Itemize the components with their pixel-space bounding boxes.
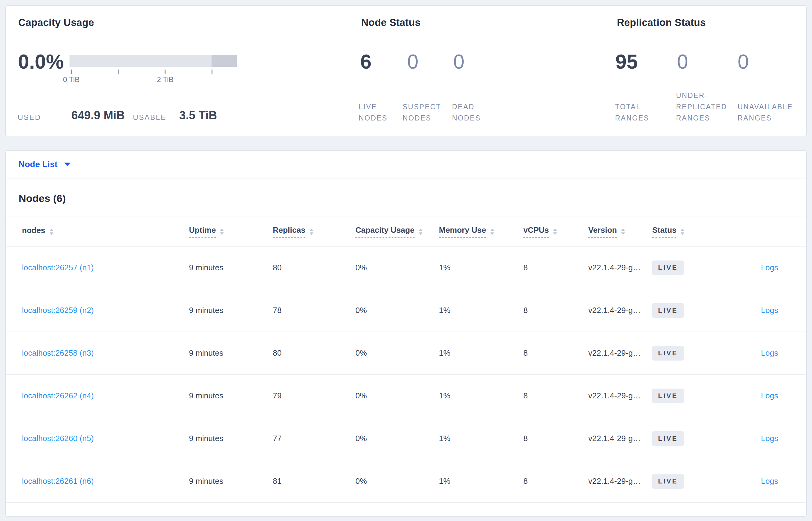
- memory-use-value: 1%: [439, 434, 523, 443]
- column-header-vcpus[interactable]: vCPUs: [523, 225, 588, 237]
- version-value: v22.1.4-29-g…: [588, 476, 652, 486]
- memory-use-value: 1%: [439, 391, 523, 401]
- sort-icon[interactable]: [50, 228, 53, 235]
- chevron-down-icon[interactable]: [64, 163, 70, 166]
- sort-icon[interactable]: [621, 228, 625, 235]
- status-badge: LIVE: [652, 431, 684, 446]
- suspect-nodes-count: 0: [407, 51, 419, 72]
- table-header-row: nodes Uptime Replicas Capacity Usage Mem…: [6, 217, 806, 247]
- logs-link[interactable]: Logs: [761, 305, 778, 315]
- node-list-dropdown-label[interactable]: Node List: [19, 160, 57, 169]
- axis-tick: [118, 70, 119, 74]
- sort-icon[interactable]: [553, 228, 557, 235]
- capacity-usage-value: 0%: [355, 348, 439, 358]
- capacity-usage-value: 0%: [355, 263, 439, 272]
- logs-link[interactable]: Logs: [761, 391, 778, 400]
- uptime-value: 9 minutes: [189, 305, 273, 315]
- uptime-value: 9 minutes: [189, 434, 273, 443]
- axis-tick-label: 2 TiB: [157, 75, 174, 84]
- uptime-value: 9 minutes: [189, 348, 273, 358]
- usable-label: USABLE: [133, 113, 166, 122]
- status-badge: LIVE: [652, 303, 684, 318]
- status-badge: LIVE: [652, 346, 684, 361]
- dead-nodes-label: DEAD NODES: [452, 101, 488, 124]
- capacity-percent: 0.0%: [18, 51, 64, 72]
- version-value: v22.1.4-29-g…: [588, 348, 652, 358]
- logs-link[interactable]: Logs: [761, 263, 778, 272]
- capacity-meter-bar: [70, 55, 237, 67]
- table-row: localhost:26257 (n1) 9 minutes 80 0% 1% …: [6, 247, 806, 289]
- node-link[interactable]: localhost:26259 (n2): [22, 305, 94, 315]
- sort-icon[interactable]: [491, 228, 494, 235]
- vcpus-value: 8: [523, 348, 588, 358]
- capacity-usage-value: 0%: [355, 305, 439, 315]
- capacity-usage-title: Capacity Usage: [18, 17, 94, 28]
- status-badge: LIVE: [652, 260, 684, 275]
- replication-status-title: Replication Status: [617, 17, 706, 28]
- sort-icon[interactable]: [680, 228, 684, 235]
- column-header-version[interactable]: Version: [588, 225, 652, 237]
- replicas-value: 79: [273, 391, 355, 401]
- uptime-value: 9 minutes: [189, 391, 273, 401]
- version-value: v22.1.4-29-g…: [588, 391, 652, 401]
- axis-tick-label: 0 TiB: [63, 75, 80, 84]
- status-badge: LIVE: [652, 389, 684, 403]
- table-row: localhost:26259 (n2) 9 minutes 78 0% 1% …: [6, 289, 806, 332]
- logs-link[interactable]: Logs: [761, 348, 778, 358]
- under-replicated-ranges-label: UNDER-REPLICATED RANGES: [676, 90, 734, 124]
- usable-value: 3.5 TiB: [179, 109, 217, 122]
- table-body: localhost:26257 (n1) 9 minutes 80 0% 1% …: [6, 247, 806, 503]
- table-row: localhost:26261 (n6) 9 minutes 81 0% 1% …: [6, 460, 806, 503]
- table-row: localhost:26258 (n3) 9 minutes 80 0% 1% …: [6, 332, 806, 375]
- node-list-card: Node List Nodes (6) nodes Uptime Replica…: [5, 150, 807, 517]
- table-row: localhost:26260 (n5) 9 minutes 77 0% 1% …: [6, 417, 806, 460]
- vcpus-value: 8: [523, 391, 588, 401]
- vcpus-value: 8: [523, 434, 588, 443]
- column-header-nodes[interactable]: nodes: [22, 226, 189, 237]
- replicas-value: 80: [273, 348, 355, 358]
- memory-use-value: 1%: [439, 305, 523, 315]
- node-link[interactable]: localhost:26257 (n1): [22, 263, 94, 272]
- under-replicated-ranges-count: 0: [677, 51, 688, 72]
- used-label: USED: [18, 113, 41, 122]
- unavailable-ranges-label: UNAVAILABLE RANGES: [738, 101, 802, 124]
- column-header-status[interactable]: Status: [652, 225, 725, 237]
- version-value: v22.1.4-29-g…: [588, 434, 652, 443]
- table-row: localhost:26262 (n4) 9 minutes 79 0% 1% …: [6, 375, 806, 417]
- column-header-uptime[interactable]: Uptime: [189, 225, 273, 237]
- replicas-value: 78: [273, 305, 355, 315]
- capacity-meter-dark-segment: [212, 55, 237, 67]
- version-value: v22.1.4-29-g…: [588, 263, 652, 272]
- sort-icon[interactable]: [220, 228, 224, 235]
- replicas-value: 80: [273, 263, 355, 272]
- memory-use-value: 1%: [439, 348, 523, 358]
- logs-link[interactable]: Logs: [761, 476, 778, 485]
- logs-link[interactable]: Logs: [761, 434, 778, 443]
- sort-icon[interactable]: [419, 228, 423, 235]
- column-header-replicas[interactable]: Replicas: [273, 225, 355, 237]
- vcpus-value: 8: [523, 476, 588, 486]
- node-link[interactable]: localhost:26262 (n4): [22, 391, 94, 400]
- axis-tick: [212, 70, 212, 74]
- used-value: 649.9 MiB: [71, 109, 125, 122]
- nodes-table-title: Nodes (6): [19, 192, 806, 204]
- live-nodes-label: LIVE NODES: [359, 101, 395, 124]
- live-nodes-count: 6: [360, 51, 372, 72]
- sort-icon[interactable]: [310, 228, 313, 235]
- memory-use-value: 1%: [439, 263, 523, 272]
- view-dropdown[interactable]: Node List: [6, 151, 806, 178]
- axis-tick: [165, 70, 166, 74]
- column-header-capacity-usage[interactable]: Capacity Usage: [355, 225, 439, 237]
- axis-tick: [71, 70, 72, 74]
- memory-use-value: 1%: [439, 476, 523, 486]
- vcpus-value: 8: [523, 305, 588, 315]
- suspect-nodes-label: SUSPECT NODES: [403, 101, 445, 124]
- replicas-value: 81: [273, 476, 355, 486]
- replicas-value: 77: [273, 434, 355, 443]
- node-link[interactable]: localhost:26261 (n6): [22, 476, 94, 485]
- node-link[interactable]: localhost:26260 (n5): [22, 434, 94, 443]
- summary-card: Capacity Usage 0.0% 0 TiB 2 TiB USED 649…: [5, 5, 807, 136]
- status-badge: LIVE: [652, 474, 684, 489]
- node-link[interactable]: localhost:26258 (n3): [22, 348, 94, 358]
- column-header-memory-use[interactable]: Memory Use: [439, 225, 523, 237]
